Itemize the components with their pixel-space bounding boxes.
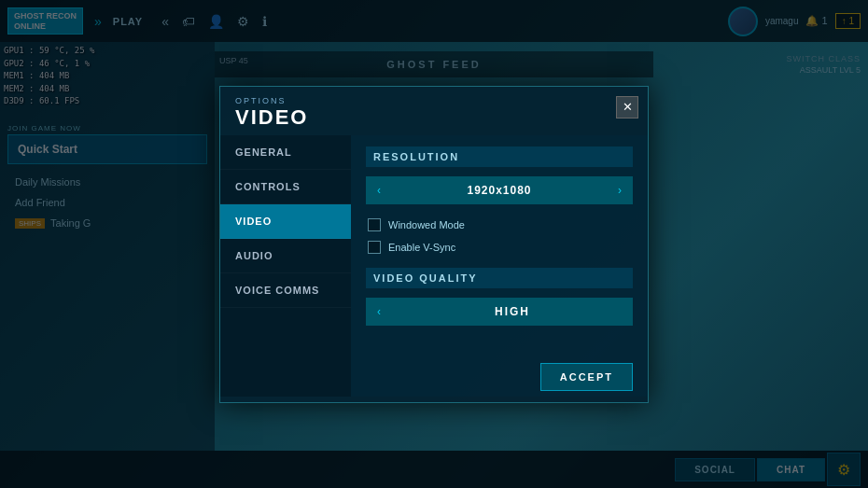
modal-nav-general[interactable]: GENERAL <box>220 135 351 170</box>
windowed-mode-checkbox[interactable] <box>368 218 381 231</box>
modal-nav-audio[interactable]: AUDIO <box>220 239 351 273</box>
modal-nav: GENERAL CONTROLS VIDEO AUDIO Voice Comms <box>220 135 351 397</box>
vsync-label: Enable V-Sync <box>388 242 455 253</box>
resolution-control: ‹ 1920x1080 › <box>366 176 633 204</box>
modal-nav-video[interactable]: VIDEO <box>220 204 351 239</box>
quality-prev-button[interactable]: ‹ <box>366 298 392 326</box>
modal-nav-voice-comms[interactable]: Voice Comms <box>220 273 351 308</box>
windowed-mode-checkbox-row[interactable]: Windowed Mode <box>366 214 633 236</box>
resolution-value: 1920x1080 <box>392 184 607 197</box>
vsync-checkbox[interactable] <box>368 241 381 254</box>
quality-control: ‹ HIGH <box>366 298 633 326</box>
accept-button[interactable]: ACCEPT <box>540 363 633 391</box>
vsync-checkbox-row[interactable]: Enable V-Sync <box>366 236 633 258</box>
modal-options-label: OPTIONS <box>235 96 633 105</box>
options-modal: OPTIONS VIDEO ✕ GENERAL CONTROLS VIDEO A… <box>219 86 649 403</box>
modal-close-button[interactable]: ✕ <box>616 96 638 119</box>
modal-content: RESOLUTION ‹ 1920x1080 › Windowed Mode E… <box>351 135 648 397</box>
modal-body: GENERAL CONTROLS VIDEO AUDIO Voice Comms… <box>220 135 648 397</box>
quality-section-title: VIDEO QUALITY <box>366 268 633 288</box>
resolution-next-button[interactable]: › <box>607 176 633 204</box>
resolution-prev-button[interactable]: ‹ <box>366 176 392 204</box>
modal-header: OPTIONS VIDEO <box>220 87 648 135</box>
windowed-mode-label: Windowed Mode <box>388 219 465 230</box>
quality-value: HIGH <box>392 305 633 318</box>
modal-nav-controls[interactable]: CONTROLS <box>220 170 351 204</box>
modal-overlay: OPTIONS VIDEO ✕ GENERAL CONTROLS VIDEO A… <box>0 0 868 488</box>
resolution-section-title: RESOLUTION <box>366 146 633 167</box>
modal-title: VIDEO <box>235 105 633 130</box>
